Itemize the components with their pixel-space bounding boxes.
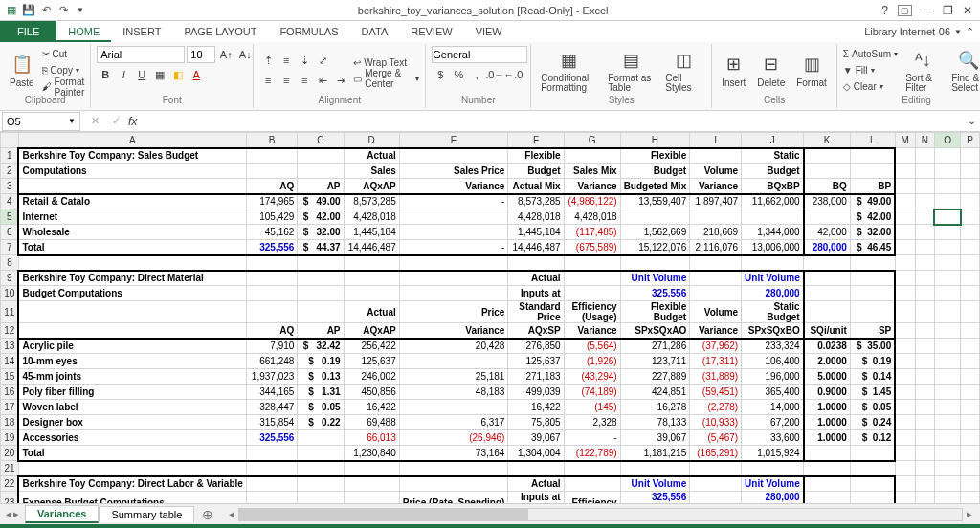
cell[interactable]: (43,294) — [564, 369, 620, 385]
clear-button[interactable]: ◇Clear▾ — [843, 79, 898, 95]
tab-formulas[interactable]: FORMULAS — [268, 21, 349, 42]
cell[interactable]: (165,291) — [690, 446, 742, 461]
cell[interactable]: 271,286 — [620, 339, 690, 354]
align-top-icon[interactable]: ⇡ — [259, 52, 277, 69]
cell-styles-button[interactable]: ◫Cell Styles — [661, 49, 705, 93]
cut-button[interactable]: ✂Cut — [42, 47, 85, 62]
cell[interactable] — [620, 209, 690, 225]
cell[interactable]: 16,422 — [344, 400, 399, 415]
cell[interactable]: Designer box — [18, 415, 246, 430]
row-header-8[interactable]: 8 — [1, 255, 19, 271]
cell[interactable] — [298, 271, 344, 286]
cell[interactable]: $ 1.31 — [298, 385, 344, 400]
row-header-16[interactable]: 16 — [1, 385, 19, 400]
cell[interactable]: $ 0.22 — [298, 415, 344, 430]
cell[interactable]: (5,564) — [564, 339, 620, 354]
cell[interactable]: Flexible — [508, 148, 564, 164]
font-name-input[interactable] — [97, 46, 185, 63]
cell[interactable]: Internet — [18, 209, 246, 225]
cell[interactable]: 15,122,076 — [620, 240, 690, 255]
cell[interactable]: 661,248 — [246, 354, 297, 369]
cell[interactable]: 0.0238 — [804, 339, 851, 354]
italic-button[interactable]: I — [115, 66, 132, 83]
cell[interactable] — [399, 209, 508, 225]
percent-format-icon[interactable]: % — [450, 66, 467, 83]
delete-cells-button[interactable]: ⊟Delete — [753, 53, 789, 88]
col-header-M[interactable]: M — [895, 133, 915, 148]
cell[interactable]: Budget — [508, 164, 564, 179]
cell[interactable]: FlexibleBudget — [620, 301, 690, 323]
cell[interactable]: Actual — [344, 301, 399, 323]
sheet-nav-first-icon[interactable]: ◂ — [6, 508, 11, 520]
underline-button[interactable]: U — [133, 66, 150, 83]
format-cells-button[interactable]: ▥Format — [792, 53, 831, 88]
cell[interactable] — [804, 476, 851, 492]
cell[interactable] — [804, 148, 851, 164]
align-left-icon[interactable]: ≡ — [259, 72, 277, 89]
cell[interactable] — [246, 446, 297, 461]
cell[interactable] — [298, 446, 344, 461]
cell[interactable]: (74,189) — [564, 385, 620, 400]
cell[interactable]: 1.0000 — [804, 400, 851, 415]
cell[interactable]: Unit Volume — [620, 271, 690, 286]
cell[interactable]: AP — [298, 179, 344, 194]
format-painter-button[interactable]: 🖌Format Painter — [42, 79, 85, 95]
bold-button[interactable]: B — [97, 66, 114, 83]
cell[interactable] — [344, 492, 399, 504]
col-header-L[interactable]: L — [850, 133, 895, 148]
col-header-P[interactable]: P — [961, 133, 980, 148]
cell[interactable] — [564, 271, 620, 286]
orientation-icon[interactable]: ⤢ — [314, 52, 331, 69]
cell[interactable]: Budget Computations — [18, 286, 246, 301]
col-header-E[interactable]: E — [399, 133, 508, 148]
cell[interactable]: 196,000 — [742, 369, 804, 385]
decrease-decimal-icon[interactable]: ←.0 — [504, 66, 522, 83]
row-header-3[interactable]: 3 — [1, 179, 19, 194]
cell[interactable]: AQxAP — [344, 323, 399, 339]
worksheet-area[interactable]: ABCDEFGHIJKLMNOP1Berkshire Toy Company: … — [0, 132, 980, 503]
cell[interactable]: Budget — [742, 164, 804, 179]
cell[interactable]: $ 35.00 — [850, 339, 895, 354]
cell[interactable]: $ 49.00 — [298, 194, 344, 209]
col-header-H[interactable]: H — [620, 133, 690, 148]
autosum-button[interactable]: ΣAutoSum▾ — [843, 47, 898, 62]
cell[interactable] — [298, 301, 344, 323]
cell[interactable]: (17,311) — [690, 354, 742, 369]
cell[interactable]: $ 32.00 — [850, 225, 895, 240]
cell[interactable]: $ 1.45 — [850, 385, 895, 400]
cell[interactable]: $ 49.00 — [850, 194, 895, 209]
cell[interactable]: $ 0.13 — [298, 369, 344, 385]
cell[interactable]: Expense Budget Computations — [18, 492, 246, 504]
cell[interactable] — [246, 148, 297, 164]
number-format-select[interactable] — [432, 46, 527, 63]
cell[interactable]: (145) — [564, 400, 620, 415]
cell[interactable]: Total — [18, 240, 246, 255]
cell[interactable]: 14,446,487 — [508, 240, 564, 255]
increase-font-icon[interactable]: A↑ — [217, 46, 234, 63]
cell[interactable]: Poly fiber filling — [18, 385, 246, 400]
cell[interactable]: 1,445,184 — [344, 225, 399, 240]
cell[interactable] — [399, 148, 508, 164]
cell[interactable]: Sales Price — [399, 164, 508, 179]
cell[interactable]: SP — [850, 323, 895, 339]
font-color-button[interactable]: A — [188, 66, 205, 83]
row-header-17[interactable]: 17 — [1, 400, 19, 415]
decrease-indent-icon[interactable]: ⇤ — [314, 72, 331, 89]
cell[interactable] — [18, 301, 246, 323]
cell[interactable] — [804, 164, 851, 179]
cell[interactable]: $ 0.05 — [850, 400, 895, 415]
cell[interactable]: $ 0.19 — [850, 354, 895, 369]
cell[interactable]: 125,637 — [344, 354, 399, 369]
cell[interactable]: 1,304,004 — [508, 446, 564, 461]
ribbon-display-icon[interactable]: ▢ — [898, 5, 912, 16]
cell[interactable]: 20,428 — [399, 339, 508, 354]
cell[interactable] — [344, 476, 399, 492]
expand-formula-bar-icon[interactable]: ⌄ — [963, 113, 980, 130]
cell[interactable]: $ 42.00 — [298, 209, 344, 225]
cell[interactable] — [850, 492, 895, 504]
cell[interactable]: (37,962) — [690, 339, 742, 354]
cell[interactable]: $ 32.42 — [298, 339, 344, 354]
cell[interactable]: Variance — [690, 323, 742, 339]
cell[interactable]: (675,589) — [564, 240, 620, 255]
cell[interactable]: 45,162 — [246, 225, 297, 240]
